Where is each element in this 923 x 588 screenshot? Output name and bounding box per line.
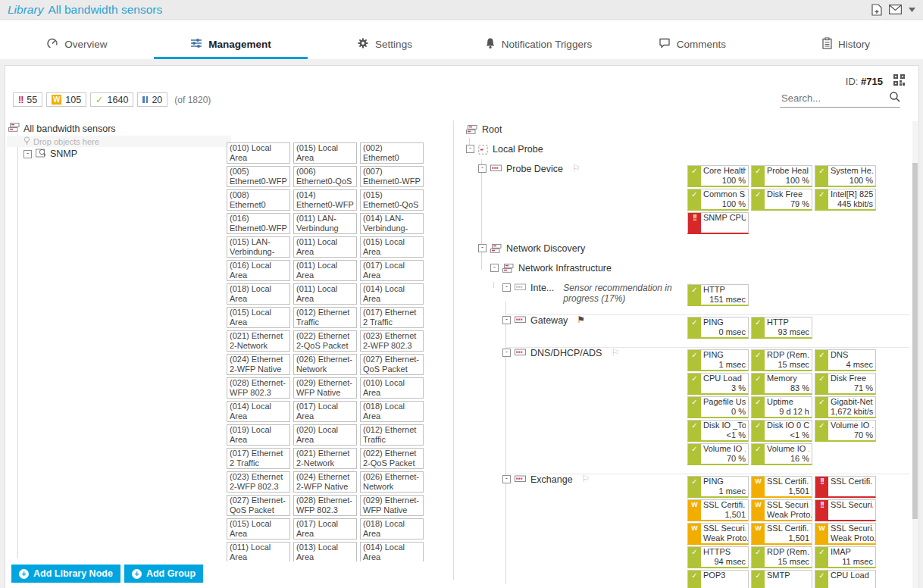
add-library-node-button[interactable]: +Add Library Node: [11, 565, 120, 583]
sensor-tile[interactable]: !!SSL Securi...: [815, 499, 876, 521]
library-sensor-tile[interactable]: (014) Local Area: [360, 542, 424, 561]
new-document-icon[interactable]: [871, 4, 882, 16]
tab-overview[interactable]: Overview: [0, 32, 154, 59]
tab-notification-triggers[interactable]: Notification Triggers: [462, 32, 615, 59]
library-sensor-tile[interactable]: (007) Ethernet0-WFP 802.3: [360, 166, 424, 187]
sensor-tile[interactable]: ✓IMAP11 msec: [815, 546, 876, 568]
library-sensor-tile[interactable]: (018) Local Area: [360, 401, 424, 422]
sensor-tile[interactable]: ✓POP3: [687, 570, 749, 588]
library-sensor-tile[interactable]: (005) Ethernet0-WFP Native: [227, 166, 290, 187]
sensor-tile[interactable]: ✓Disk Free71 %: [815, 373, 876, 395]
tree-node-label[interactable]: DNS/DHCP/ADS: [530, 348, 602, 358]
library-sensor-tile[interactable]: (013) Local Area: [293, 542, 357, 561]
library-sensor-tile[interactable]: (011) LAN-Verbindung: [293, 213, 357, 234]
library-sensor-tile[interactable]: (014) LAN-Verbindung-QoS: [360, 213, 424, 234]
error-count-badge[interactable]: !!55: [13, 92, 42, 107]
library-sensor-tile[interactable]: (024) Ethernet 2-WFP Native: [293, 471, 357, 493]
library-sensor-tile[interactable]: (016) Ethernet0-WFP 802.3: [227, 213, 290, 234]
qr-code-icon[interactable]: [893, 74, 905, 88]
library-sensor-tile[interactable]: (019) Local Area: [227, 424, 290, 446]
library-sensor-tile[interactable]: (027) Ethernet-QoS Packet: [227, 495, 290, 516]
sensor-tile[interactable]: ✓Volume IO ...70 %: [687, 443, 749, 465]
sensor-tile[interactable]: ✓PING0 msec: [687, 317, 749, 339]
sensor-tile[interactable]: ✓Disk IO _To...<1 %: [687, 420, 749, 442]
drop-zone[interactable]: Drop objects here: [7, 136, 231, 147]
tree-node-label[interactable]: Exchange: [530, 474, 573, 485]
email-icon[interactable]: [889, 5, 902, 14]
library-sensor-tile[interactable]: (012) Ethernet Traffic: [360, 424, 424, 446]
library-sensor-tile[interactable]: (018) Local Area: [360, 518, 424, 540]
library-root-label[interactable]: All bandwidth sensors: [23, 124, 116, 134]
library-sensor-tile[interactable]: (028) Ethernet-WFP 802.3: [293, 495, 357, 516]
library-sensor-tile[interactable]: (024) Ethernet 2-WFP Native: [227, 354, 290, 375]
library-sensor-tile[interactable]: (015) Ethernet0-QoS Packet: [360, 189, 424, 211]
library-sensor-tile[interactable]: (015) Local Area: [360, 236, 424, 258]
library-sensor-tile[interactable]: (017) Ethernet 2 Traffic: [360, 307, 424, 328]
library-sensor-tile[interactable]: (028) Ethernet-WFP 802.3: [227, 377, 290, 399]
sensor-tile[interactable]: ✓Volume IO ...70 %: [815, 420, 876, 442]
library-sensor-tile[interactable]: (029) Ethernet-WFP Native: [360, 495, 424, 516]
sensor-tile[interactable]: ✓DNS4 msec: [815, 349, 876, 371]
sensor-tile[interactable]: ✓HTTP93 msec: [751, 317, 812, 339]
sensor-tile[interactable]: ✓Uptime9 d 12 h: [751, 396, 812, 418]
library-sensor-tile[interactable]: (017) Local Area: [293, 401, 357, 422]
library-node-label[interactable]: SNMP: [50, 149, 77, 159]
library-sensor-tile[interactable]: (014) Local Area: [227, 401, 290, 422]
library-sensor-tile[interactable]: (026) Ethernet-Network: [360, 471, 424, 493]
library-sensor-tile[interactable]: (017) Ethernet 2 Traffic: [227, 448, 290, 469]
sensor-tile[interactable]: ✓CPU Load3 %: [687, 373, 749, 395]
warning-count-badge[interactable]: W105: [46, 92, 86, 107]
sensor-tile[interactable]: ✓PING1 msec: [687, 476, 749, 498]
sensor-tile[interactable]: ✓Memory83 %: [751, 373, 812, 395]
sensor-tile[interactable]: ✓RDP (Rem...15 msec: [751, 546, 812, 568]
paused-count-badge[interactable]: 20: [137, 92, 167, 107]
tab-history[interactable]: History: [769, 32, 923, 59]
tree-node-label[interactable]: Local Probe: [493, 144, 543, 155]
sensor-tile[interactable]: ✓System He...100 %: [815, 165, 876, 187]
library-sensor-tile[interactable]: (023) Ethernet 2-WFP 802.3: [360, 330, 424, 352]
sensor-tile[interactable]: WSSL Certifi...1,501: [751, 476, 812, 498]
sensor-tile[interactable]: ✓Volume IO ...16 %: [751, 443, 812, 465]
library-sensor-tile[interactable]: (015) Local Area: [293, 142, 357, 164]
sensor-tile[interactable]: ✓Core Health100 %: [687, 165, 749, 187]
sensor-tile[interactable]: ✓Probe Heal...100 %: [751, 165, 812, 187]
caret-down-icon[interactable]: [909, 8, 915, 12]
sensor-tile[interactable]: ✓Pagefile Us...0 %: [687, 396, 749, 418]
right-scrollbar[interactable]: [912, 121, 918, 588]
library-sensor-tile[interactable]: (015) LAN-Verbindung-: [227, 236, 290, 258]
collapse-toggle[interactable]: -: [502, 475, 511, 483]
collapse-toggle[interactable]: -: [490, 264, 499, 272]
sensor-tile[interactable]: ✓PING1 msec: [687, 349, 749, 371]
library-sensor-tile[interactable]: (014) Ethernet0-WFP Native: [293, 189, 357, 211]
collapse-toggle[interactable]: -: [23, 150, 32, 158]
sensor-tile[interactable]: WSSL Securi...Weak Proto...: [815, 523, 876, 545]
library-sensor-tile[interactable]: (010) Local Area: [360, 377, 424, 399]
library-sensor-tile[interactable]: (015) Local Area: [227, 307, 290, 328]
library-sensor-tile[interactable]: (008) Ethernet0 Traffic: [227, 189, 290, 211]
collapse-toggle[interactable]: -: [502, 283, 511, 292]
sensor-tile[interactable]: ✓Intel[R] 825...445 kbit/s: [815, 189, 876, 211]
sensor-tile[interactable]: WSSL Certifi...1,501: [751, 523, 812, 545]
tree-node-label[interactable]: Probe Device: [506, 164, 563, 174]
library-sensor-tile[interactable]: (012) Ethernet Traffic: [293, 307, 357, 328]
library-sensor-tile[interactable]: (006) Ethernet0-QoS Packet: [293, 166, 357, 187]
library-sensor-tile[interactable]: (017) Local Area: [360, 260, 424, 281]
sensor-tile[interactable]: !!SSL Certifi...: [815, 476, 876, 498]
library-sensor-tile[interactable]: (022) Ethernet 2-QoS Packet: [293, 330, 357, 352]
collapse-toggle[interactable]: -: [502, 316, 511, 324]
sensor-tile[interactable]: ✓RDP (Rem...15 msec: [751, 349, 812, 371]
library-sensor-tile[interactable]: (017) Local Area: [293, 518, 357, 540]
collapse-toggle[interactable]: -: [502, 349, 511, 357]
collapse-toggle[interactable]: -: [478, 164, 487, 173]
ok-count-badge[interactable]: ✓1640: [90, 92, 133, 107]
tab-management[interactable]: Management: [154, 32, 308, 59]
add-group-button[interactable]: +Add Group: [124, 565, 203, 583]
sensor-tile[interactable]: ✓Gigabit-Net...1,672 kbit/s: [815, 396, 876, 418]
library-sensor-tile[interactable]: (010) Local Area: [227, 142, 290, 164]
library-sensor-tile[interactable]: (027) Ethernet-QoS Packet: [360, 354, 424, 375]
library-sensor-tile[interactable]: (021) Ethernet 2-Network: [293, 448, 357, 469]
collapse-toggle[interactable]: -: [466, 145, 474, 153]
library-sensor-tile[interactable]: (026) Ethernet-Network: [293, 354, 357, 375]
library-sensor-tile[interactable]: (011) Local Area: [293, 260, 357, 281]
sensor-tile[interactable]: WSSL Certifi...1,501: [687, 499, 749, 521]
